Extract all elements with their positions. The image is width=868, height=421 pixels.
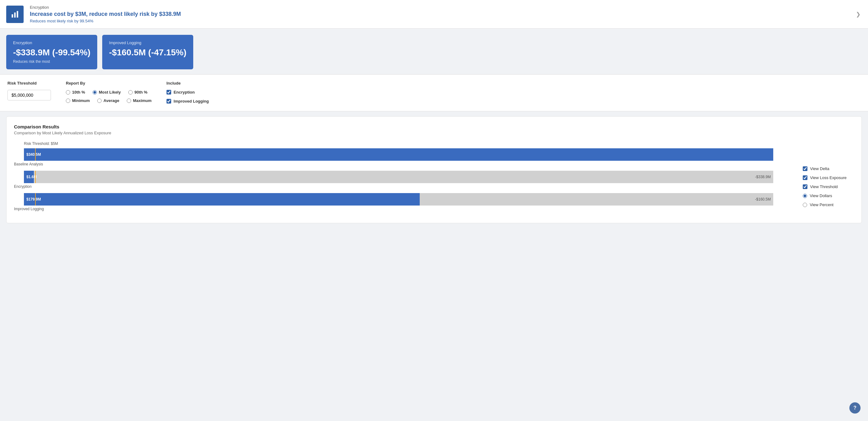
- view-loss-exposure-control[interactable]: View Loss Exposure: [803, 175, 846, 180]
- encryption-bar-gray: -$338.9M: [34, 171, 773, 183]
- report-by-group: Report By 10th % Most Likely 90th %: [66, 81, 152, 104]
- risk-threshold-input[interactable]: [7, 90, 51, 101]
- radio-tenth[interactable]: 10th %: [66, 90, 85, 94]
- risk-threshold-group: Risk Threshold: [7, 81, 51, 101]
- chart-section: Comparison Results Comparison by Most Li…: [6, 116, 862, 223]
- view-threshold-checkbox[interactable]: [803, 185, 807, 189]
- header-subtitle: Reduces most likely risk by 99.54%: [30, 19, 854, 23]
- improved-logging-bar-gray: -$160.5M: [420, 193, 773, 205]
- controls-section: Risk Threshold Report By 10th % Most Lik…: [0, 74, 868, 111]
- encryption-bar-row: $1.6M -$338.9M Encryption: [14, 171, 773, 189]
- svg-rect-1: [14, 12, 16, 18]
- baseline-bar-container: $340.5M: [24, 148, 773, 161]
- radio-tenth-label: 10th %: [72, 90, 85, 94]
- view-delta-label: View Delta: [810, 166, 829, 171]
- radio-ninetieth-label: 90th %: [134, 90, 148, 94]
- report-by-row-2: Minimum Average Maximum: [66, 98, 152, 104]
- improved-logging-bar-wrapper: $179.9M -$160.5M: [24, 193, 773, 205]
- svg-rect-0: [12, 14, 13, 18]
- radio-average-input[interactable]: [97, 99, 101, 103]
- view-delta-checkbox[interactable]: [803, 166, 807, 171]
- view-loss-exposure-checkbox[interactable]: [803, 175, 807, 180]
- threshold-line-encryption: [35, 171, 36, 183]
- radio-ninetieth[interactable]: 90th %: [128, 90, 148, 94]
- radio-maximum-input[interactable]: [127, 99, 131, 103]
- encryption-card: Encryption -$338.9M (-99.54%) Reduces ri…: [6, 35, 97, 69]
- encryption-bar-blue: $1.6M: [24, 171, 34, 183]
- include-improved-logging[interactable]: Improved Logging: [166, 99, 209, 104]
- header-text: Encryption Increase cost by $3M, reduce …: [30, 5, 854, 23]
- chart-subtitle: Comparison by Most Likely Annualized Los…: [14, 131, 854, 135]
- radio-most-likely-label: Most Likely: [99, 90, 121, 94]
- radio-minimum-label: Minimum: [72, 98, 90, 103]
- improved-logging-bar-row: $179.9M -$160.5M Improved Logging: [14, 193, 773, 211]
- radio-minimum-input[interactable]: [66, 99, 70, 103]
- view-dollars-label: View Dollars: [810, 193, 832, 198]
- report-by-radios: 10th % Most Likely 90th % Minimum: [66, 90, 152, 104]
- header-icon: [6, 6, 24, 23]
- baseline-bar-value: $340.5M: [26, 152, 41, 157]
- radio-most-likely-input[interactable]: [93, 90, 97, 94]
- threshold-line-improved-logging: [35, 193, 36, 205]
- chart-area: Risk Threshold: $5M $340.5M Baseline Ana…: [14, 141, 854, 211]
- view-delta-control[interactable]: View Delta: [803, 166, 846, 171]
- radio-maximum[interactable]: Maximum: [127, 98, 152, 103]
- header-title: Increase cost by $3M, reduce most likely…: [30, 11, 854, 18]
- include-improved-logging-label: Improved Logging: [174, 99, 209, 104]
- encryption-bar-wrapper: $1.6M -$338.9M: [24, 171, 773, 183]
- improved-logging-bar-value: $179.9M: [26, 197, 41, 201]
- include-encryption-label: Encryption: [174, 90, 195, 94]
- view-percent-control[interactable]: View Percent: [803, 202, 846, 207]
- view-threshold-label: View Threshold: [810, 185, 838, 189]
- baseline-label: Baseline Analysis: [14, 162, 773, 166]
- include-encryption[interactable]: Encryption: [166, 90, 209, 94]
- expand-button[interactable]: ❯: [854, 10, 862, 18]
- view-percent-radio[interactable]: [803, 203, 807, 207]
- view-loss-exposure-label: View Loss Exposure: [810, 175, 846, 180]
- chart-title: Comparison Results: [14, 124, 854, 129]
- radio-tenth-input[interactable]: [66, 90, 70, 94]
- threshold-label: Risk Threshold: $5M: [24, 141, 773, 146]
- encryption-bar-container: $1.6M -$338.9M: [24, 171, 773, 183]
- encryption-card-note: Reduces risk the most: [13, 59, 90, 64]
- view-dollars-radio[interactable]: [803, 194, 807, 198]
- radio-average[interactable]: Average: [97, 98, 119, 103]
- radio-minimum[interactable]: Minimum: [66, 98, 90, 103]
- radio-average-label: Average: [103, 98, 119, 103]
- summary-cards: Encryption -$338.9M (-99.54%) Reduces ri…: [0, 29, 868, 74]
- baseline-row: $340.5M Baseline Analysis: [14, 148, 773, 166]
- sidebar-controls: View Delta View Loss Exposure View Thres…: [803, 166, 846, 207]
- report-by-label: Report By: [66, 81, 152, 85]
- encryption-card-value: -$338.9M (-99.54%): [13, 48, 90, 58]
- radio-maximum-label: Maximum: [133, 98, 152, 103]
- include-improved-logging-checkbox[interactable]: [166, 99, 171, 104]
- include-encryption-checkbox[interactable]: [166, 90, 171, 94]
- encryption-bar-delta: -$338.9M: [755, 175, 771, 179]
- svg-rect-2: [17, 11, 18, 18]
- report-by-row-1: 10th % Most Likely 90th %: [66, 90, 152, 96]
- encryption-card-label: Encryption: [13, 40, 90, 45]
- radio-most-likely[interactable]: Most Likely: [93, 90, 121, 94]
- improved-logging-card-label: Improved Logging: [109, 40, 186, 45]
- improved-logging-bar-blue: $179.9M: [24, 193, 420, 205]
- header-banner: Encryption Increase cost by $3M, reduce …: [0, 0, 868, 29]
- view-threshold-control[interactable]: View Threshold: [803, 185, 846, 189]
- improved-logging-card-value: -$160.5M (-47.15%): [109, 48, 186, 58]
- baseline-bar-blue: $340.5M: [24, 148, 773, 161]
- improved-logging-card: Improved Logging -$160.5M (-47.15%): [102, 35, 193, 69]
- improved-logging-bar-delta: -$160.5M: [755, 197, 771, 201]
- module-name: Encryption: [30, 5, 854, 10]
- improved-logging-bar-container: $179.9M -$160.5M: [24, 193, 773, 205]
- radio-ninetieth-input[interactable]: [128, 90, 133, 94]
- view-dollars-control[interactable]: View Dollars: [803, 193, 846, 198]
- include-label: Include: [166, 81, 209, 85]
- view-percent-label: View Percent: [810, 202, 833, 207]
- chart-icon: [10, 10, 19, 19]
- include-group: Include Encryption Improved Logging: [166, 81, 209, 105]
- include-checkboxes: Encryption Improved Logging: [166, 90, 209, 105]
- encryption-label: Encryption: [14, 185, 773, 189]
- threshold-line-baseline: [35, 148, 36, 161]
- improved-logging-label: Improved Logging: [14, 207, 773, 211]
- risk-threshold-label: Risk Threshold: [7, 81, 51, 85]
- bars-chart: $340.5M Baseline Analysis $1.6M -$338: [14, 148, 773, 211]
